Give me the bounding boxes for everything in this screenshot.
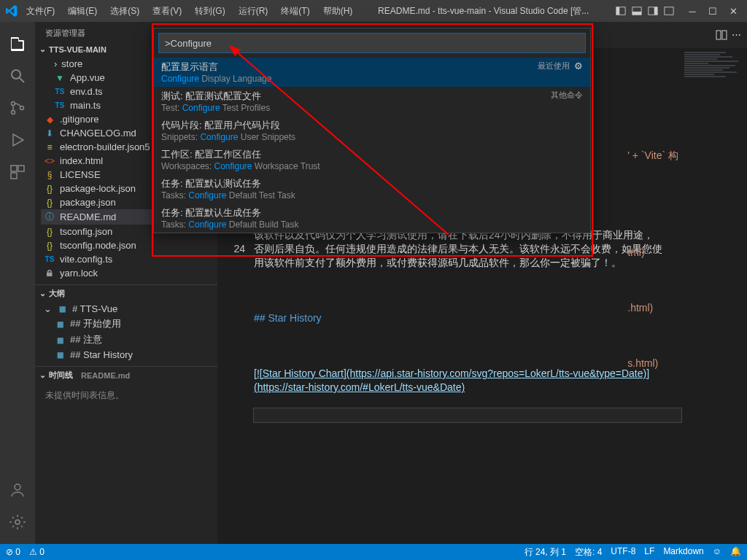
account-icon[interactable] bbox=[9, 481, 26, 499]
svg-rect-5 bbox=[654, 7, 657, 15]
titlebar: 文件(F) 编辑(E) 选择(S) 查看(V) 转到(G) 运行(R) 终端(T… bbox=[0, 0, 747, 22]
svg-rect-6 bbox=[665, 7, 673, 15]
outline-item[interactable]: ▦## Star History bbox=[41, 348, 217, 362]
timeline-header[interactable]: ⌄时间线 README.md bbox=[35, 367, 217, 384]
outline-item[interactable]: ▦## 注意 bbox=[41, 332, 217, 348]
activity-bar bbox=[0, 22, 35, 544]
search-icon[interactable] bbox=[9, 67, 26, 85]
license-icon: § bbox=[44, 170, 55, 180]
run-debug-icon[interactable] bbox=[9, 131, 26, 149]
ts-icon: TS bbox=[44, 255, 55, 263]
layout-customize-icon[interactable] bbox=[662, 4, 676, 18]
timeline-empty: 未提供时间表信息。 bbox=[35, 384, 217, 408]
lock-icon: 🔒︎ bbox=[44, 268, 55, 279]
status-errors[interactable]: ⊘ 0 bbox=[6, 547, 20, 557]
status-eol[interactable]: LF bbox=[644, 546, 654, 559]
svg-point-11 bbox=[20, 106, 24, 110]
layout-panel-bottom-icon[interactable] bbox=[630, 4, 643, 18]
layout-panel-left-icon[interactable] bbox=[614, 4, 627, 18]
svg-rect-3 bbox=[632, 12, 641, 15]
outline-item[interactable]: ▦## 开始使用 bbox=[41, 316, 217, 332]
menu-file[interactable]: 文件(F) bbox=[20, 4, 61, 19]
status-bell-icon[interactable]: 🔔 bbox=[730, 546, 741, 559]
minimap[interactable] bbox=[681, 48, 747, 544]
palette-item[interactable]: 代码片段: 配置用户代码片段 Snippets: Configure User … bbox=[154, 116, 590, 145]
vscode-logo-icon bbox=[6, 5, 18, 17]
html-icon: <> bbox=[44, 156, 55, 166]
menu-terminal[interactable]: 终端(T) bbox=[275, 4, 315, 19]
menu-run[interactable]: 运行(R) bbox=[233, 4, 274, 19]
chevron-down-icon: ⌄ bbox=[44, 303, 52, 314]
status-line-col[interactable]: 行 24, 列 1 bbox=[525, 546, 566, 559]
outline-header[interactable]: ⌄大纲 bbox=[35, 285, 217, 302]
svg-point-10 bbox=[12, 111, 15, 114]
svg-point-7 bbox=[12, 70, 20, 79]
chevron-down-icon: ⌄ bbox=[39, 44, 46, 54]
menu-help[interactable]: 帮助(H) bbox=[317, 4, 359, 19]
chevron-right-icon: › bbox=[54, 58, 57, 69]
palette-item[interactable]: 测试: 配置测试配置文件其他命令 Test: Configure Test Pr… bbox=[154, 87, 590, 116]
window-maximize-icon[interactable]: ☐ bbox=[705, 6, 721, 17]
command-palette: 配置显示语言最近使用⚙ Configure Display Language 测… bbox=[153, 28, 591, 233]
extensions-icon[interactable] bbox=[9, 163, 26, 181]
status-encoding[interactable]: UTF-8 bbox=[611, 546, 635, 559]
tree-file[interactable]: 🔒︎yarn.lock bbox=[41, 266, 217, 280]
outline-item[interactable]: ⌄▦# TTS-Vue bbox=[41, 302, 217, 316]
heading-icon: ▦ bbox=[54, 336, 66, 344]
svg-rect-18 bbox=[722, 31, 727, 39]
tree-file[interactable]: TSvite.config.ts bbox=[41, 252, 217, 266]
explorer-icon[interactable] bbox=[9, 35, 26, 52]
layout-panel-right-icon[interactable] bbox=[646, 4, 659, 18]
heading-icon: ▦ bbox=[54, 351, 66, 359]
chevron-down-icon: ⌄ bbox=[39, 370, 46, 380]
gear-icon[interactable]: ⚙ bbox=[574, 61, 583, 74]
svg-rect-17 bbox=[716, 31, 721, 39]
settings-gear-icon[interactable] bbox=[9, 513, 26, 531]
palette-item[interactable]: 工作区: 配置工作区信任 Workspaces: Configure Works… bbox=[154, 145, 590, 174]
ts-icon: TS bbox=[54, 101, 66, 109]
chevron-down-icon: ⌄ bbox=[39, 289, 46, 298]
window-close-icon[interactable]: ✕ bbox=[725, 6, 741, 17]
svg-point-16 bbox=[15, 520, 20, 524]
status-warnings[interactable]: ⚠ 0 bbox=[29, 547, 44, 557]
git-icon: ◆ bbox=[44, 114, 55, 125]
json-icon: {} bbox=[44, 198, 55, 208]
ts-icon: TS bbox=[54, 88, 66, 96]
status-indent[interactable]: 空格: 4 bbox=[575, 546, 602, 559]
menu-edit[interactable]: 编辑(E) bbox=[62, 4, 103, 19]
window-minimize-icon[interactable]: ─ bbox=[684, 6, 700, 17]
svg-rect-14 bbox=[11, 173, 17, 179]
json-icon: {} bbox=[44, 184, 55, 194]
menu-select[interactable]: 选择(S) bbox=[104, 4, 145, 19]
split-editor-icon[interactable] bbox=[716, 29, 727, 41]
json-icon: {} bbox=[44, 227, 55, 237]
status-language[interactable]: Markdown bbox=[663, 546, 703, 559]
status-feedback-icon[interactable]: ☺ bbox=[713, 546, 721, 559]
palette-item[interactable]: 任务: 配置默认生成任务 Tasks: Configure Default Bu… bbox=[154, 203, 590, 233]
command-list: 配置显示语言最近使用⚙ Configure Display Language 测… bbox=[154, 58, 590, 233]
source-control-icon[interactable] bbox=[9, 99, 26, 117]
statusbar: ⊘ 0 ⚠ 0 行 24, 列 1 空格: 4 UTF-8 LF Markdow… bbox=[0, 544, 747, 560]
menu-go[interactable]: 转到(G) bbox=[189, 4, 231, 19]
heading-icon: ▦ bbox=[54, 320, 66, 328]
palette-item[interactable]: 任务: 配置默认测试任务 Tasks: Configure Default Te… bbox=[154, 174, 590, 203]
svg-rect-12 bbox=[11, 166, 17, 171]
menu-view[interactable]: 查看(V) bbox=[147, 4, 187, 19]
vue-icon: ▼ bbox=[54, 73, 66, 83]
more-icon[interactable]: ⋯ bbox=[732, 29, 741, 41]
tree-file[interactable]: {}tsconfig.node.json bbox=[41, 238, 217, 252]
json-icon: {} bbox=[44, 241, 55, 251]
markdown-icon: ⬇ bbox=[44, 128, 55, 139]
heading-icon: ▦ bbox=[56, 305, 68, 313]
svg-point-9 bbox=[12, 102, 15, 106]
svg-point-15 bbox=[15, 484, 20, 490]
svg-line-8 bbox=[20, 78, 24, 82]
outline-tree: ⌄▦# TTS-Vue ▦## 开始使用 ▦## 注意 ▦## Star His… bbox=[35, 302, 217, 366]
palette-item[interactable]: 配置显示语言最近使用⚙ Configure Display Language bbox=[154, 58, 590, 87]
info-icon: ⓘ bbox=[44, 211, 55, 223]
menu-bar: 文件(F) 编辑(E) 选择(S) 查看(V) 转到(G) 运行(R) 终端(T… bbox=[20, 4, 358, 19]
svg-rect-1 bbox=[616, 7, 619, 15]
json-icon: ≡ bbox=[44, 142, 55, 152]
svg-rect-13 bbox=[18, 166, 24, 171]
command-palette-input[interactable] bbox=[158, 33, 586, 53]
